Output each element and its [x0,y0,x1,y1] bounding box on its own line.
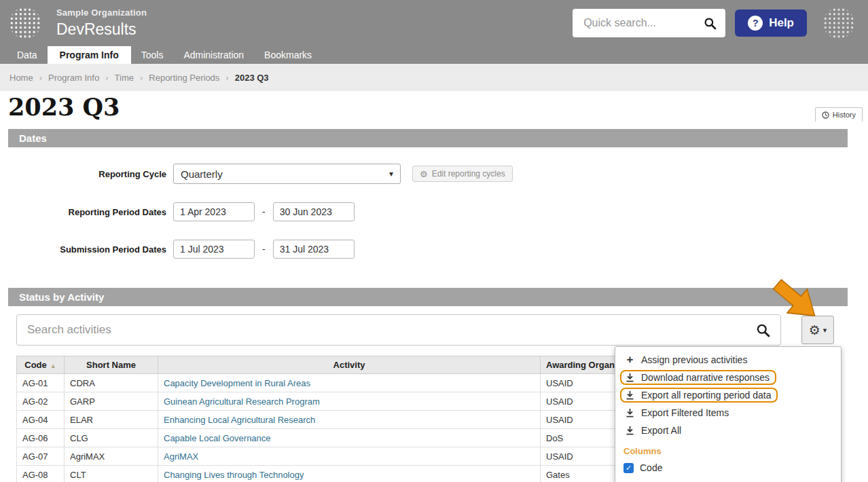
breadcrumb: Home Program Info Time Reporting Periods… [0,64,868,91]
history-label: History [833,111,856,119]
search-icon[interactable] [704,17,717,30]
app-name: DevResults [56,20,147,39]
short-name-cell: ELAR [65,411,158,429]
activity-cell: Capacity Development in Rural Areas [158,374,541,392]
submission-period-start-input[interactable] [173,240,255,259]
chevron-down-icon [389,169,393,179]
table-options-gear-button[interactable] [801,316,834,344]
short-name-cell: CDRA [65,374,158,392]
plus-icon [625,355,635,365]
activity-link[interactable]: AgriMAX [164,451,198,462]
activity-link[interactable]: Guinean Agricultural Research Program [164,396,320,407]
activities-search-input[interactable] [27,323,756,337]
gear-dropdown-menu: Assign previous activities Download narr… [615,346,842,482]
date-range-separator: - [262,244,266,255]
download-icon [625,426,635,435]
short-name-cell: CLT [65,466,158,482]
chevron-right-icon [105,73,108,83]
help-label: Help [769,16,794,30]
edit-reporting-cycles-button[interactable]: Edit reporting cycles [412,166,513,182]
status-section-header: Status by Activity [8,288,848,306]
short-name-cell: CLG [65,429,158,447]
devresults-logo-icon [10,7,41,39]
tab-data[interactable]: Data [7,46,48,64]
globe-icon [823,7,854,39]
reporting-cycle-value: Quarterly [181,168,223,180]
column-option-code[interactable]: Code [615,458,841,473]
code-cell: AG-01 [17,374,65,392]
chevron-right-icon [225,73,228,83]
orange-highlight-outline: Export all reporting period data [620,388,778,403]
orange-highlight-outline: Download narrative responses [620,370,776,385]
code-cell: AG-02 [17,392,65,411]
status-section-title: Status by Activity [19,291,104,303]
breadcrumb-program-info[interactable]: Program Info [48,73,99,83]
activity-cell: Changing Lives through Technology [158,466,541,482]
download-icon [625,408,635,418]
activity-cell: Enhancing Local Agricultural Research [158,411,541,429]
columns-heading: Columns [615,439,841,458]
submission-period-label: Submission Period Dates [8,244,166,255]
quick-search-input[interactable] [583,17,704,29]
user-globe-button[interactable] [823,7,854,39]
gear-icon [420,169,428,179]
activity-link[interactable]: Enhancing Local Agricultural Research [164,415,315,425]
clock-icon [822,111,829,119]
menu-item-export-all-reporting-period-data[interactable]: Export all reporting period data [615,386,841,404]
activity-cell: Capable Local Governance [158,429,541,447]
activity-cell: AgriMAX [158,447,541,466]
edit-cycles-label: Edit reporting cycles [432,169,505,179]
sort-asc-icon [50,363,56,369]
chevron-down-icon [823,326,827,335]
reporting-period-start-input[interactable] [173,202,255,221]
breadcrumb-home[interactable]: Home [10,73,33,83]
checkbox-checked-icon[interactable] [623,463,634,473]
dates-section-title: Dates [19,132,47,144]
download-icon [625,373,635,382]
short-name-cell: GARP [65,392,158,411]
reporting-cycle-label: Reporting Cycle [8,169,166,179]
column-header-short-name[interactable]: Short Name [65,356,158,374]
code-cell: AG-06 [17,429,65,447]
tab-tools[interactable]: Tools [131,46,174,64]
page-title: 2023 Q3 [8,93,860,121]
brand-block: Sample Organization DevResults [56,7,147,39]
help-icon [748,16,763,31]
history-button[interactable]: History [815,107,863,122]
submission-period-end-input[interactable] [273,240,355,259]
activity-cell: Guinean Agricultural Research Program [158,392,541,411]
reporting-period-end-input[interactable] [273,202,355,221]
chevron-right-icon [39,73,42,83]
gear-icon [809,322,820,338]
code-cell: AG-08 [17,466,65,482]
download-icon [625,390,635,400]
tab-bookmarks[interactable]: Bookmarks [254,46,322,64]
search-icon[interactable] [756,323,770,337]
column-header-activity[interactable]: Activity [158,356,541,374]
tab-administration[interactable]: Administration [173,46,254,64]
reporting-cycle-select[interactable]: Quarterly [173,164,401,184]
breadcrumb-current: 2023 Q3 [235,73,269,83]
breadcrumb-reporting-periods[interactable]: Reporting Periods [149,73,219,83]
app-header: Sample Organization DevResults Help Data… [0,0,868,64]
main-nav: Data Program Info Tools Administration B… [0,46,868,64]
activity-link[interactable]: Capacity Development in Rural Areas [164,378,310,388]
activities-search-box [16,314,781,346]
tab-program-info[interactable]: Program Info [48,46,131,64]
dates-section: Dates Reporting Cycle Quarterly Edit rep… [8,129,848,268]
menu-item-export-filtered-items[interactable]: Export Filtered Items [615,404,841,422]
activity-link[interactable]: Changing Lives through Technology [164,470,304,480]
quick-search-box [573,9,725,37]
activity-link[interactable]: Capable Local Governance [164,433,271,443]
breadcrumb-time[interactable]: Time [115,73,134,83]
code-cell: AG-04 [17,411,65,429]
reporting-period-label: Reporting Period Dates [8,207,166,217]
code-cell: AG-07 [17,447,65,466]
short-name-cell: AgriMAX [65,447,158,466]
menu-item-assign-previous-activities[interactable]: Assign previous activities [615,351,841,369]
column-header-code[interactable]: Code [17,356,65,374]
help-button[interactable]: Help [735,10,807,37]
menu-item-download-narrative-responses[interactable]: Download narrative responses [615,369,841,386]
date-range-separator: - [262,206,266,217]
menu-item-export-all[interactable]: Export All [615,422,841,439]
